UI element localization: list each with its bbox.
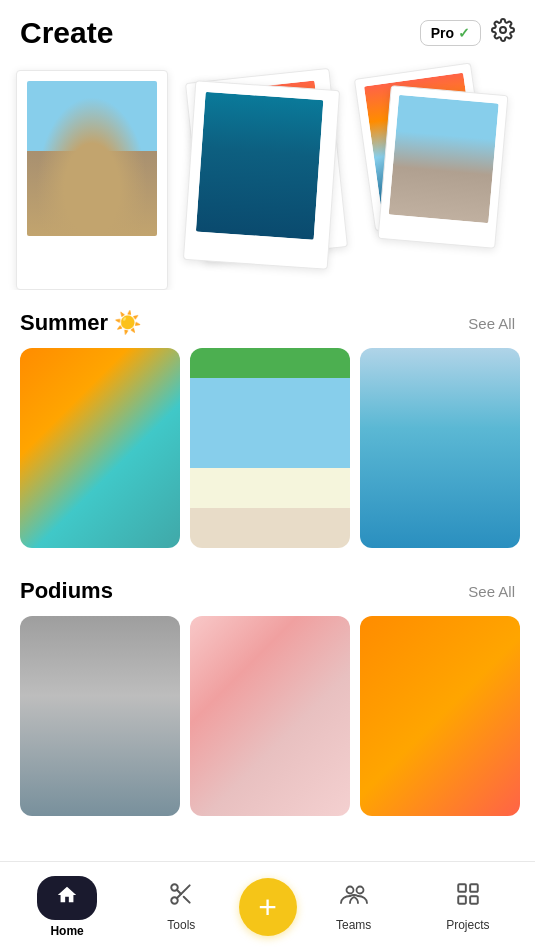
header: Create Pro ✓: [0, 0, 535, 60]
home-icon: [56, 884, 78, 912]
summer-item-1[interactable]: [20, 348, 180, 548]
polaroid-card-1[interactable]: [16, 70, 168, 290]
podium-item-3[interactable]: [360, 616, 520, 816]
summer-title: Summer ☀️: [20, 310, 141, 336]
projects-label: Projects: [446, 918, 489, 932]
summer-section-header: Summer ☀️ See All: [0, 290, 535, 348]
home-label: Home: [50, 924, 83, 938]
polaroid-card-2[interactable]: [184, 70, 354, 290]
tools-label: Tools: [167, 918, 195, 932]
pro-badge[interactable]: Pro ✓: [420, 20, 481, 46]
svg-point-0: [500, 27, 506, 33]
nav-projects[interactable]: Projects: [411, 881, 525, 932]
bottom-nav: Home Tools +: [0, 861, 535, 951]
settings-icon[interactable]: [491, 18, 515, 48]
create-fab[interactable]: +: [239, 878, 297, 936]
home-icon-bg: [37, 876, 97, 920]
pro-label: Pro: [431, 25, 454, 41]
podium-item-2[interactable]: [190, 616, 350, 816]
page-title: Create: [20, 16, 113, 50]
podiums-section-header: Podiums See All: [0, 558, 535, 616]
projects-icon: [455, 881, 481, 914]
svg-line-4: [184, 897, 190, 903]
svg-rect-10: [458, 896, 466, 904]
summer-items: [0, 348, 535, 558]
nav-teams[interactable]: Teams: [297, 881, 411, 932]
summer-item-2[interactable]: [190, 348, 350, 548]
teams-icon: [340, 881, 368, 914]
podiums-items: [0, 616, 535, 826]
svg-rect-9: [470, 884, 478, 892]
svg-rect-8: [458, 884, 466, 892]
polaroid-card-3[interactable]: [364, 70, 524, 290]
podiums-title: Podiums: [20, 578, 113, 604]
nav-home[interactable]: Home: [10, 876, 124, 938]
header-actions: Pro ✓: [420, 18, 515, 48]
polaroid-section: [0, 60, 535, 290]
svg-rect-11: [470, 896, 478, 904]
summer-item-3[interactable]: [360, 348, 520, 548]
fab-icon: +: [258, 891, 277, 923]
svg-point-6: [346, 887, 353, 894]
svg-line-5: [177, 890, 181, 894]
tools-icon: [168, 881, 194, 914]
podium-item-1[interactable]: [20, 616, 180, 816]
nav-tools[interactable]: Tools: [124, 881, 238, 932]
summer-see-all[interactable]: See All: [468, 315, 515, 332]
podiums-see-all[interactable]: See All: [468, 583, 515, 600]
pro-check-icon: ✓: [458, 25, 470, 41]
svg-point-7: [356, 887, 363, 894]
teams-label: Teams: [336, 918, 371, 932]
